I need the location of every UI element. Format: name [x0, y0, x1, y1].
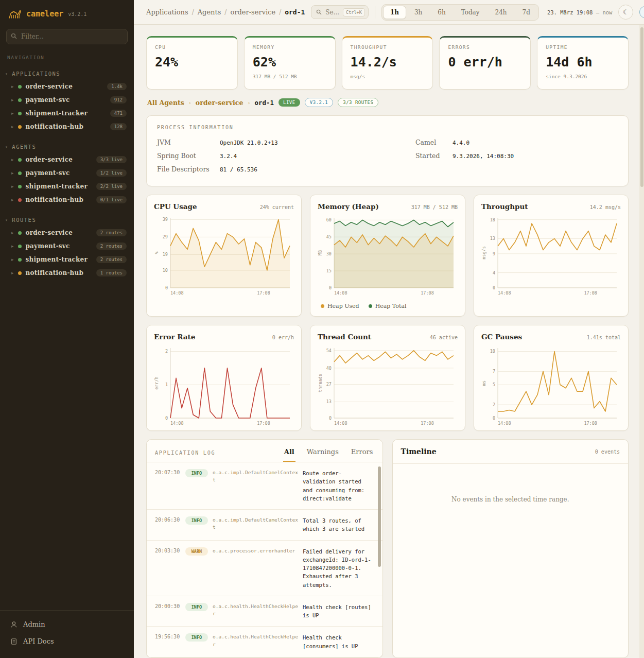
svg-text:17:08: 17:08 — [584, 290, 597, 296]
log-tab-errors[interactable]: Errors — [350, 448, 374, 462]
sidebar-item-shipment-tracker[interactable]: ▸shipment-tracker2 routes — [0, 253, 134, 266]
legend-dot-icon — [369, 304, 372, 308]
chevron-right-icon: ▸ — [11, 157, 14, 162]
footer-item-admin[interactable]: Admin — [0, 616, 134, 633]
count-badge: 912 — [110, 96, 127, 103]
status-dot — [18, 98, 22, 102]
search-input[interactable]: Se... Ctrl+K — [311, 5, 368, 19]
main-area: Applications/Agents/order-service/ord-1 … — [134, 0, 644, 658]
chevron-right-icon: ▸ — [11, 184, 14, 189]
time-range-24h[interactable]: 24h — [488, 6, 514, 19]
page-scrollbar[interactable] — [639, 25, 644, 658]
count-badge: 2/2 live — [96, 183, 127, 190]
log-tabs: AllWarningsErrors — [283, 448, 374, 462]
legend-dot-icon — [321, 304, 324, 308]
time-range-today[interactable]: Today — [454, 6, 487, 19]
status-dot — [18, 125, 22, 129]
breadcrumb-item[interactable]: Agents — [198, 8, 221, 16]
sidebar-item-shipment-tracker[interactable]: ▸shipment-tracker471 — [0, 107, 134, 120]
time-range-1h[interactable]: 1h — [383, 6, 406, 19]
time-range-3h[interactable]: 3h — [407, 6, 429, 19]
svg-text:14:08: 14:08 — [170, 290, 184, 296]
process-value: 81 / 65.536 — [220, 166, 257, 173]
error-rate-chart: 01214:0817:08err/h — [154, 345, 294, 426]
time-range-7d[interactable]: 7d — [515, 6, 537, 19]
svg-text:14:08: 14:08 — [334, 421, 347, 426]
section-header-routes[interactable]: ▾ROUTES — [0, 215, 134, 226]
svg-text:39: 39 — [163, 217, 168, 222]
svg-text:threads: threads — [318, 374, 323, 392]
log-tab-all[interactable]: All — [283, 448, 295, 462]
chart-title: CPU Usage — [154, 202, 197, 211]
count-badge: 2 routes — [96, 256, 127, 263]
legend-item: Heap Total — [369, 300, 407, 310]
sidebar-item-shipment-tracker[interactable]: ▸shipment-tracker2/2 live — [0, 180, 134, 193]
svg-text:17:08: 17:08 — [421, 290, 434, 296]
timeline-card: Timeline 0 events No events in the selec… — [392, 439, 629, 658]
process-row: File Descriptors81 / 65.536 — [157, 165, 390, 173]
breadcrumb-item[interactable]: order-service — [230, 8, 275, 16]
svg-text:29: 29 — [163, 234, 168, 239]
sidebar-item-notification-hub[interactable]: ▸notification-hub128 — [0, 120, 134, 133]
dark-mode-toggle[interactable]: ☾ — [618, 5, 633, 20]
svg-text:17:08: 17:08 — [421, 421, 434, 426]
svg-text:60: 60 — [326, 217, 332, 222]
kpi-card-uptime: UPTIME14d 6hsince 9.3.2026 — [537, 36, 629, 90]
sidebar-item-label: order-service — [26, 229, 92, 236]
breadcrumb-item[interactable]: Applications — [146, 8, 188, 16]
svg-text:9: 9 — [493, 251, 495, 256]
svg-text:0: 0 — [165, 415, 168, 421]
sidebar-item-order-service[interactable]: ▸order-service2 routes — [0, 226, 134, 239]
log-row: 20:06:30INFOo.a.c.impl.DefaultCamelConte… — [147, 510, 382, 541]
log-logger: o.a.c.health.HealthCheckHelper — [213, 633, 298, 650]
chevron-right-icon: › — [248, 100, 250, 106]
sidebar-section-applications: ▾APPLICATIONS▸order-service1.4k▸payment-… — [0, 68, 134, 133]
cpu-usage-chart: 01019293914:0817:08% — [154, 215, 294, 296]
process-row: Started9.3.2026, 14:08:30 — [415, 152, 618, 160]
chevron-down-icon: ▾ — [5, 218, 8, 222]
chart-current-value: 1.41s total — [587, 335, 621, 340]
search-icon — [11, 33, 17, 39]
svg-text:1: 1 — [165, 382, 168, 387]
kpi-card-cpu: CPU24% — [146, 36, 238, 90]
sidebar-item-notification-hub[interactable]: ▸notification-hub0/1 live — [0, 193, 134, 206]
status-dot — [18, 185, 22, 188]
sidebar-item-payment-svc[interactable]: ▸payment-svc1/2 live — [0, 166, 134, 180]
chart-title: Error Rate — [154, 333, 195, 341]
legend-label: Heap Used — [327, 303, 359, 309]
sidebar-item-notification-hub[interactable]: ▸notification-hub1 routes — [0, 266, 134, 280]
svg-text:13: 13 — [490, 236, 495, 241]
sidebar-item-order-service[interactable]: ▸order-service1.4k — [0, 80, 134, 93]
chart-title: Throughput — [481, 202, 528, 211]
chevron-right-icon: ▸ — [11, 257, 14, 262]
status-dot — [18, 171, 22, 175]
time-range-6h[interactable]: 6h — [430, 6, 452, 19]
kpi-label: ERRORS — [448, 44, 522, 50]
page-scrollbar-thumb[interactable] — [640, 27, 643, 187]
filter-input[interactable] — [6, 29, 128, 44]
sidebar-footer: AdminAPI Docs — [0, 610, 134, 658]
throughput-chart: 049131814:0817:08msg/s — [481, 215, 621, 296]
log-row: 20:07:30INFOo.a.c.impl.DefaultCamelConte… — [147, 462, 382, 510]
sidebar-item-order-service[interactable]: ▸order-service3/3 live — [0, 153, 134, 166]
agent-crumb-order-service[interactable]: order-service — [196, 99, 243, 107]
agent-crumb-all-agents[interactable]: All Agents — [147, 99, 184, 107]
section-header-agents[interactable]: ▾AGENTS — [0, 142, 134, 153]
kpi-value: 62% — [253, 55, 327, 70]
agent-crumb-ord-1[interactable]: ord-1 — [254, 99, 274, 107]
sidebar-item-payment-svc[interactable]: ▸payment-svc912 — [0, 93, 134, 107]
log-scrollbar[interactable] — [378, 466, 381, 567]
log-logger: o.a.c.impl.DefaultCamelContext — [213, 516, 298, 533]
sidebar-item-payment-svc[interactable]: ▸payment-svc2 routes — [0, 239, 134, 253]
footer-item-api-docs[interactable]: API Docs — [0, 633, 134, 650]
log-tab-warnings[interactable]: Warnings — [306, 448, 340, 462]
process-value: 9.3.2026, 14:08:30 — [452, 153, 514, 160]
search-icon — [316, 9, 322, 15]
log-logger: o.a.c.health.HealthCheckHelper — [213, 603, 298, 620]
process-label: Spring Boot — [157, 152, 220, 160]
log-level-badge: INFO — [185, 603, 208, 611]
sidebar-item-label: shipment-tracker — [26, 256, 92, 263]
breadcrumb-item[interactable]: ord-1 — [285, 8, 305, 16]
svg-text:19: 19 — [163, 252, 168, 257]
section-header-applications[interactable]: ▾APPLICATIONS — [0, 68, 134, 80]
